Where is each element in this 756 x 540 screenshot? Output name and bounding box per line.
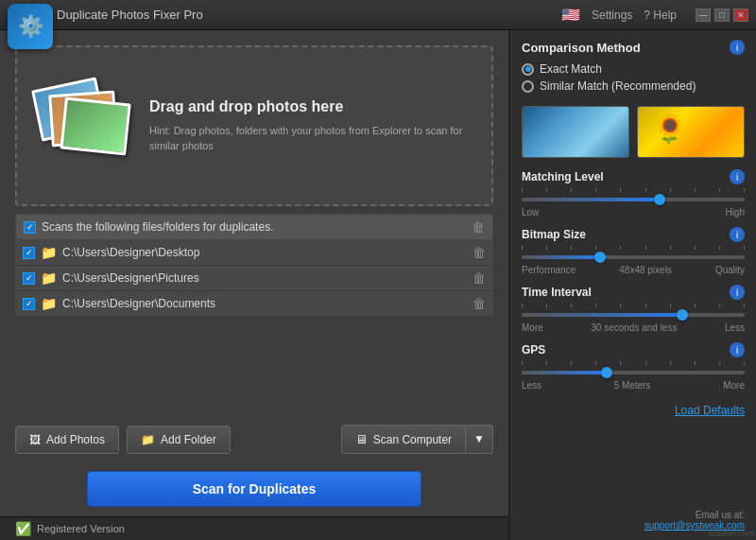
photo-card-3 [60,96,130,155]
gps-track[interactable] [522,371,745,375]
add-photos-icon: 🖼 [29,433,41,446]
bitmap-size-info-icon[interactable]: i [730,227,745,242]
watermark: washin.com [709,529,754,538]
email-label: Email us at: [522,510,745,520]
exact-match-label: Exact Match [540,62,602,76]
scan-duplicates-button[interactable]: Scan for Duplicates [87,471,421,507]
maximize-button[interactable]: □ [714,9,730,22]
add-folder-icon: 📁 [141,433,155,446]
folder-2-icon: 📁 [41,270,57,286]
help-button[interactable]: ? Help [644,9,677,22]
folder-row-1[interactable]: ✓ 📁 C:\Users\Designer\Desktop 🗑 [15,240,493,266]
matching-level-title: Matching Level [522,170,604,183]
bitmap-size-ticks [522,246,745,250]
time-interval-section: Time Interval i More 30 seconds and less… [522,285,745,333]
minimize-button[interactable]: — [696,9,711,22]
folder-row-2[interactable]: ✓ 📁 C:\Users\Designer\Pictures 🗑 [15,266,493,291]
comparison-method-info-icon[interactable]: i [730,40,745,55]
folder-1-path: C:\Users\Designer\Desktop [62,246,199,259]
close-button[interactable]: ✕ [733,9,748,22]
gps-ticks [522,361,745,365]
bitmap-size-track[interactable] [522,255,745,259]
scan-computer-wrap: 🖥 Scan Computer ▼ [341,425,493,454]
gps-label: 5 Meters [614,380,651,391]
comparison-method-header: Comparison Method i [522,40,745,55]
scan-computer-button[interactable]: 🖥 Scan Computer [341,425,466,454]
matching-level-label-row: Matching Level i [522,169,745,184]
preview-images [522,106,745,158]
left-panel: Drag and drop photos here Hint: Drag pho… [0,30,510,540]
add-photos-button[interactable]: 🖼 Add Photos [15,426,119,454]
add-folder-label: Add Folder [161,433,216,446]
folder-1-icon: 📁 [41,245,57,260]
drop-zone-heading: Drag and drop photos here [149,98,472,115]
registered-label: Registered Version [37,523,125,534]
bitmap-size-range: Performance 48x48 pixels Quality [522,265,745,275]
scan-computer-dropdown[interactable]: ▼ [466,425,493,454]
exact-match-row[interactable]: Exact Match [522,62,745,76]
bitmap-size-thumb[interactable] [594,252,606,263]
bitmap-size-performance: Performance [522,265,576,275]
time-interval-more: More [522,322,543,333]
scan-bar: Scan for Duplicates [0,463,508,516]
bitmap-size-title: Bitmap Size [522,228,586,241]
folder-3-checkbox[interactable]: ✓ [23,298,35,310]
bitmap-size-quality: Quality [715,265,745,275]
matching-level-track[interactable] [522,198,745,201]
time-interval-track[interactable] [522,313,745,317]
matching-level-info-icon[interactable]: i [730,169,745,184]
bottom-buttons: 🖼 Add Photos 📁 Add Folder 🖥 Scan Compute… [0,415,508,463]
gps-more: More [723,380,745,391]
folder-3-path: C:\Users\Designer\Documents [62,297,215,310]
bitmap-size-fill [522,255,600,259]
gps-label-row: GPS i [522,342,745,357]
bitmap-size-section: Bitmap Size i Performance 48x48 pixels Q… [522,227,745,275]
folder-2-checkbox[interactable]: ✓ [23,272,35,285]
scan-computer-label: Scan Computer [373,433,452,446]
add-folder-button[interactable]: 📁 Add Folder [127,426,231,454]
right-panel: Comparison Method i Exact Match Similar … [510,30,756,540]
bitmap-size-label-row: Bitmap Size i [522,227,745,242]
gps-info-icon[interactable]: i [730,342,745,357]
time-interval-less: Less [725,322,745,333]
tick [522,188,523,192]
matching-level-thumb[interactable] [654,194,665,205]
select-all-checkbox[interactable]: ✓ [24,221,36,234]
monitor-icon: 🖥 [355,432,368,446]
app-icon: ⚙️ [8,4,53,49]
folder-2-delete-icon[interactable]: 🗑 [472,270,486,286]
photo-stack [36,83,130,168]
gps-section: GPS i Less 5 Meters More [522,342,745,391]
flag-icon: 🇺🇸 [561,6,580,24]
exact-match-radio[interactable] [522,63,534,76]
gps-range: Less 5 Meters More [522,380,745,391]
gps-title: GPS [522,343,545,357]
time-interval-label-row: Time Interval i [522,285,745,300]
settings-button[interactable]: Settings [592,9,632,22]
time-interval-thumb[interactable] [677,309,688,321]
bitmap-size-label: 48x48 pixels [619,265,672,275]
folder-1-delete-icon[interactable]: 🗑 [472,245,486,260]
drop-zone[interactable]: Drag and drop photos here Hint: Drag pho… [15,45,493,206]
folder-3-icon: 📁 [41,296,57,311]
similar-match-radio[interactable] [522,80,534,93]
load-defaults-link[interactable]: Load Defaults [522,404,745,417]
folder-header-left: ✓ Scans the following files/folders for … [24,220,273,234]
similar-match-row[interactable]: Similar Match (Recommended) [522,79,745,93]
gps-thumb[interactable] [601,367,612,378]
title: Duplicate Photos Fixer Pro [57,8,203,22]
folder-header-label: Scans the following files/folders for du… [42,220,273,234]
time-interval-range: More 30 seconds and less Less [522,322,745,333]
folder-3-delete-icon[interactable]: 🗑 [472,296,486,311]
registered-icon: ✅ [15,521,31,536]
delete-all-icon[interactable]: 🗑 [472,219,485,235]
folder-1-checkbox[interactable]: ✓ [23,247,35,259]
titlebar-right: 🇺🇸 Settings ? Help — □ ✕ [561,6,748,24]
folder-row-3[interactable]: ✓ 📁 C:\Users\Designer\Documents 🗑 [15,291,493,317]
folder-section: ✓ Scans the following files/folders for … [15,214,493,415]
main-layout: Drag and drop photos here Hint: Drag pho… [0,30,756,540]
gps-fill [522,371,607,375]
window-controls: — □ ✕ [696,9,748,22]
time-interval-info-icon[interactable]: i [730,285,745,300]
preview-image-blue [522,106,629,158]
